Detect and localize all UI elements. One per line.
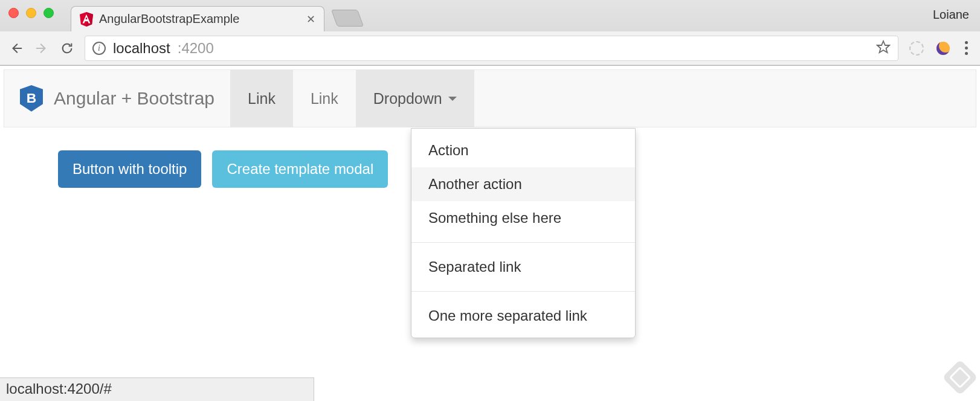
tooltip-button[interactable]: Button with tooltip (58, 150, 201, 188)
svg-text:B: B (27, 90, 36, 106)
bookmark-star-icon[interactable] (876, 40, 891, 57)
browser-menu-button[interactable] (961, 41, 972, 55)
new-tab-button[interactable] (331, 10, 364, 27)
nav-dropdown-toggle[interactable]: Dropdown (356, 70, 474, 127)
forward-button[interactable] (34, 42, 50, 55)
minimize-window-button[interactable] (26, 8, 36, 18)
close-tab-button[interactable]: ✕ (306, 14, 315, 25)
extension-icon-1[interactable] (908, 40, 925, 57)
window-controls (8, 8, 71, 31)
dropdown-item-separated-link[interactable]: Separated link (411, 250, 635, 284)
dropdown-item-something-else[interactable]: Something else here (411, 201, 635, 235)
nav-link-label: Link (311, 90, 338, 107)
profile-name[interactable]: Loiane (933, 8, 980, 31)
back-button[interactable] (8, 42, 24, 55)
tab-title: AngularBootstrapExample (99, 12, 239, 26)
reload-button[interactable] (59, 42, 75, 55)
navbar-brand[interactable]: B Angular + Bootstrap (4, 70, 230, 127)
site-info-icon[interactable]: i (92, 42, 106, 55)
dropdown-item-another-action[interactable]: Another action (411, 167, 635, 201)
dropdown-divider (411, 291, 635, 292)
address-bar[interactable]: i localhost:4200 (85, 36, 898, 61)
create-modal-button[interactable]: Create template modal (212, 150, 388, 188)
nav-link-label: Dropdown (373, 90, 442, 107)
browser-tab[interactable]: AngularBootstrapExample ✕ (71, 6, 324, 31)
tab-bar: AngularBootstrapExample ✕ Loiane (0, 0, 980, 31)
url-host: localhost (113, 40, 170, 57)
dropdown-divider (411, 242, 635, 243)
extension-icon-2[interactable] (935, 40, 952, 57)
dropdown-item-one-more[interactable]: One more separated link (411, 299, 635, 333)
close-window-button[interactable] (8, 8, 19, 18)
nav-link-1[interactable]: Link (230, 70, 293, 127)
angular-icon (80, 11, 93, 27)
status-bar: localhost:4200/# (0, 377, 314, 401)
feedly-extension-icon[interactable] (942, 359, 978, 395)
maximize-window-button[interactable] (44, 8, 54, 18)
browser-chrome: AngularBootstrapExample ✕ Loiane i local… (0, 0, 980, 66)
svg-marker-4 (877, 41, 889, 53)
url-port: :4200 (178, 40, 214, 57)
browser-toolbar: i localhost:4200 (0, 31, 980, 65)
dropdown-menu: Action Another action Something else her… (411, 128, 636, 338)
app-navbar: B Angular + Bootstrap Link Link Dropdown… (4, 69, 976, 127)
nav-link-label: Link (248, 90, 276, 107)
page-content: B Angular + Bootstrap Link Link Dropdown… (0, 69, 980, 207)
dropdown-item-action[interactable]: Action (411, 133, 635, 167)
nav-link-2[interactable]: Link (293, 70, 356, 127)
bootstrap-icon: B (20, 85, 43, 112)
brand-text: Angular + Bootstrap (54, 88, 214, 109)
caret-down-icon (448, 97, 457, 101)
